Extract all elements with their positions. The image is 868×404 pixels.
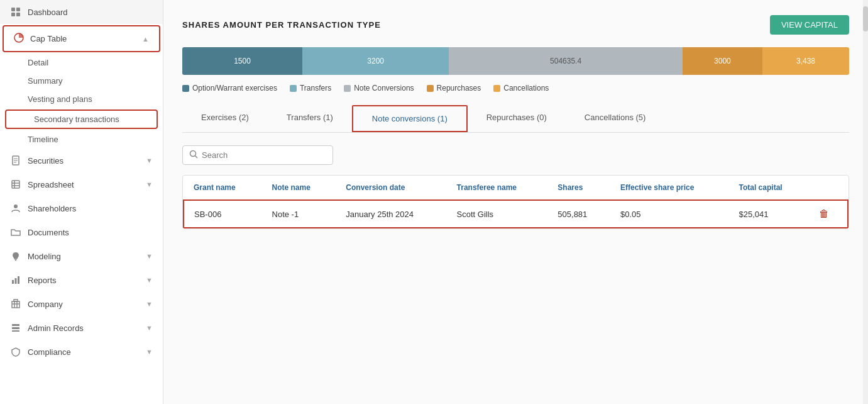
legend-label-repurchases: Repurchases [437, 84, 481, 93]
legend-exercises: Option/Warrant exercises [182, 84, 277, 93]
tab-repurchases[interactable]: Repurchases (0) [468, 105, 566, 132]
legend-dot-note-conversions [344, 85, 351, 92]
legend-dot-exercises [182, 85, 189, 92]
sidebar-label-reports: Reports [28, 276, 57, 285]
chevron-down-icon: ▼ [146, 300, 153, 308]
sidebar-item-admin-records[interactable]: Admin Records ▼ [0, 316, 163, 340]
legend-repurchases: Repurchases [427, 84, 481, 93]
bar-segment-cancellations: 3,438 [762, 47, 849, 75]
bar-label-note-conversions: 504635.4 [550, 57, 581, 65]
sidebar-item-securities[interactable]: Securities ▼ [0, 149, 163, 172]
cell-delete[interactable]: 🗑 [809, 200, 848, 228]
sidebar-item-dashboard[interactable]: Dashboard [0, 0, 163, 24]
view-capital-button[interactable]: VIEW CAPITAL [770, 15, 849, 35]
svg-point-13 [14, 205, 18, 208]
sidebar-sub-vesting[interactable]: Vesting and plans [0, 90, 163, 108]
person-icon [10, 203, 21, 214]
sidebar-sub-detail[interactable]: Detail [0, 53, 163, 72]
svg-rect-25 [12, 327, 19, 329]
col-actions [809, 176, 848, 200]
sidebar-sub-timeline[interactable]: Timeline [0, 130, 163, 149]
svg-rect-23 [14, 300, 18, 301]
sidebar-label-modeling: Modeling [28, 252, 61, 261]
legend-label-cancellations: Cancellations [503, 84, 549, 93]
legend-note-conversions: Note Conversions [344, 84, 414, 93]
cell-transferee-name: Scott Gills [447, 200, 548, 228]
bulb-icon [10, 250, 21, 262]
legend-cancellations: Cancellations [493, 84, 549, 93]
chevron-down-icon: ▼ [146, 276, 153, 284]
cell-shares: 505,881 [547, 200, 610, 228]
cell-conversion-date: January 25th 2024 [336, 200, 446, 228]
legend-dot-cancellations [493, 85, 500, 92]
search-wrap [182, 145, 333, 165]
search-input[interactable] [202, 150, 326, 160]
chevron-down-icon: ▼ [146, 324, 153, 332]
col-total-capital: Total capital [729, 176, 810, 200]
sidebar-item-spreadsheet[interactable]: Spreadsheet ▼ [0, 172, 163, 196]
svg-point-27 [190, 151, 196, 157]
bar-segment-note-conversions: 504635.4 [449, 47, 682, 75]
chevron-down-icon: ▼ [146, 181, 153, 188]
chevron-right-icon: ▼ [146, 157, 153, 164]
chevron-down-icon: ▼ [146, 252, 153, 260]
cell-grant-name: SB-006 [184, 200, 262, 228]
tab-note-conversions[interactable]: Note conversions (1) [352, 105, 468, 132]
legend-label-transfers: Transfers [300, 84, 331, 93]
pie-icon [14, 33, 24, 45]
search-icon [189, 150, 198, 160]
svg-rect-18 [18, 276, 19, 284]
svg-rect-9 [12, 181, 19, 188]
col-effective-share-price: Effective share price [610, 176, 729, 200]
svg-rect-24 [12, 324, 19, 326]
svg-rect-17 [15, 278, 17, 284]
tab-exercises[interactable]: Exercises (2) [182, 105, 268, 132]
bar-label-transfers: 3200 [367, 57, 384, 65]
folder-icon [10, 227, 21, 238]
svg-rect-2 [11, 13, 15, 16]
sidebar-label-securities: Securities [28, 156, 63, 166]
tabs-row: Exercises (2) Transfers (1) Note convers… [182, 105, 849, 133]
sidebar: Dashboard Cap Table ▲ Detail Summary Ves… [0, 0, 163, 404]
legend-dot-transfers [290, 85, 297, 92]
sidebar-item-shareholders[interactable]: Shareholders [0, 196, 163, 220]
bar-label-exercises: 1500 [234, 57, 251, 65]
bar-segment-repurchases: 3000 [683, 47, 762, 75]
bar-segment-transfers: 3200 [302, 47, 449, 75]
admin-icon [10, 322, 21, 334]
svg-line-28 [195, 156, 198, 159]
col-grant-name: Grant name [184, 176, 262, 200]
svg-rect-0 [11, 8, 15, 11]
svg-rect-1 [16, 8, 20, 11]
tab-cancellations[interactable]: Cancellations (5) [566, 105, 665, 132]
col-note-name: Note name [262, 176, 336, 200]
main-scrollbar[interactable] [863, 0, 868, 404]
page-title: SHARES AMOUNT PER TRANSACTION TYPE [182, 20, 381, 30]
sidebar-item-company[interactable]: Company ▼ [0, 292, 163, 316]
search-row [182, 145, 849, 165]
legend-transfers: Transfers [290, 84, 331, 93]
sidebar-sub-summary[interactable]: Summary [0, 72, 163, 90]
doc-icon [10, 155, 21, 166]
tab-transfers[interactable]: Transfers (1) [268, 105, 352, 132]
bar-segment-exercises: 1500 [182, 47, 302, 75]
cell-note-name: Note -1 [262, 200, 336, 228]
col-shares: Shares [547, 176, 610, 200]
sidebar-item-cap-table[interactable]: Cap Table ▲ [3, 25, 160, 52]
sidebar-item-documents[interactable]: Documents [0, 220, 163, 244]
chart-legend: Option/Warrant exercises Transfers Note … [182, 84, 849, 93]
delete-icon[interactable]: 🗑 [819, 208, 829, 219]
sidebar-item-modeling[interactable]: Modeling ▼ [0, 244, 163, 268]
sidebar-item-reports[interactable]: Reports ▼ [0, 268, 163, 292]
sidebar-label-company: Company [28, 300, 63, 309]
header-row: SHARES AMOUNT PER TRANSACTION TYPE VIEW … [182, 15, 849, 35]
sidebar-item-compliance[interactable]: Compliance ▼ [0, 340, 163, 364]
svg-rect-3 [16, 13, 20, 16]
bar-label-repurchases: 3000 [714, 57, 731, 65]
legend-label-exercises: Option/Warrant exercises [192, 84, 277, 93]
svg-rect-16 [12, 280, 14, 284]
shield-icon [10, 346, 21, 357]
legend-dot-repurchases [427, 85, 434, 92]
col-conversion-date: Conversion date [336, 176, 446, 200]
sidebar-sub-secondary-transactions[interactable]: Secondary transactions [5, 109, 158, 129]
